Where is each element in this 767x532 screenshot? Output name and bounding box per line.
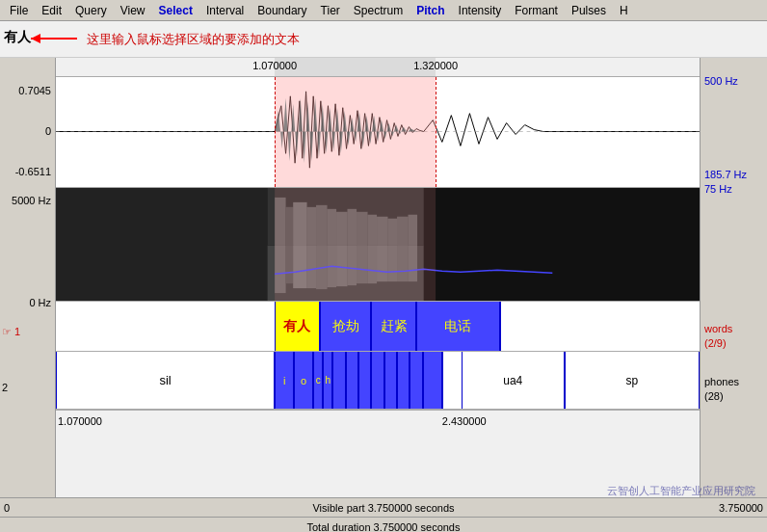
menu-spectrum[interactable]: Spectrum <box>348 2 409 19</box>
tier1-icon: ☞ 1 <box>2 326 20 338</box>
menu-h[interactable]: H <box>614 2 634 19</box>
phone-cell-x6[interactable] <box>397 352 410 409</box>
word-cell-dianhua[interactable]: 电话 <box>416 302 500 351</box>
tier2-right-info: (28) <box>704 390 724 402</box>
annotation-text: 这里输入鼠标选择区域的要添加的文本 <box>87 31 300 48</box>
spectrogram-svg <box>56 188 700 301</box>
annotation-label: 有人 <box>4 29 31 46</box>
phone-cell-ua4[interactable]: ua4 <box>462 352 565 409</box>
bottom-time-left: 1.070000 <box>58 415 102 427</box>
menu-select[interactable]: Select <box>153 2 198 19</box>
menu-pitch[interactable]: Pitch <box>410 2 450 19</box>
svg-rect-22 <box>275 188 436 301</box>
word-boundary-5 <box>500 302 501 351</box>
watermark-text: 云智创人工智能产业应用研究院 <box>607 484 755 498</box>
waveform-bottom-label: -0.6511 <box>15 166 51 177</box>
spectrogram-bottom-label: 0 Hz <box>29 297 51 308</box>
status-left-num: 0 <box>4 502 10 514</box>
time-right-marker: 1.320000 <box>413 60 458 71</box>
spectrogram-top-label: 5000 Hz <box>12 195 51 206</box>
red-arrow-icon <box>29 31 82 46</box>
menu-boundary[interactable]: Boundary <box>251 2 312 19</box>
menu-intensity[interactable]: Intensity <box>453 2 508 19</box>
time-left-marker: 1.070000 <box>252 60 297 71</box>
phone-cell-x1[interactable] <box>332 352 345 409</box>
phone-cell-c[interactable]: c <box>313 352 323 409</box>
phone-cell-x2[interactable] <box>346 352 358 409</box>
menu-view[interactable]: View <box>115 2 151 19</box>
word-cell-qiangjie[interactable]: 抢劫 <box>320 302 371 351</box>
tier1-right-info: (2/9) <box>704 337 727 349</box>
phone-cell-x7[interactable] <box>410 352 422 409</box>
spectrogram-right-mid2: 75 Hz <box>704 183 732 195</box>
spectrogram-right-mid1: 185.7 Hz <box>704 169 747 180</box>
word-cell-youren[interactable]: 有人 <box>275 302 320 351</box>
svg-marker-1 <box>31 34 40 43</box>
phone-cell-x3[interactable] <box>358 352 371 409</box>
menu-bar: File Edit Query View Select Interval Bou… <box>0 0 767 21</box>
phone-cell-sil[interactable]: sil <box>56 352 275 409</box>
phone-cell-x8[interactable] <box>423 352 442 409</box>
tier1-right-label: words <box>704 323 732 334</box>
status-total: Total duration 3.750000 seconds <box>306 521 460 533</box>
tier2-number: 2 <box>2 382 8 393</box>
phone-cell-x4[interactable] <box>371 352 384 409</box>
waveform-zero-label: 0 <box>45 125 51 137</box>
time-selection-bg <box>275 58 436 76</box>
phone-cell-h[interactable]: h <box>323 352 332 409</box>
phone-cell-i[interactable]: i <box>275 352 294 409</box>
spectrogram-right-top: 500 Hz <box>704 75 738 87</box>
menu-query[interactable]: Query <box>69 2 113 19</box>
svg-marker-3 <box>275 98 418 163</box>
waveform-svg <box>56 77 700 187</box>
waveform-top-label: 0.7045 <box>18 85 51 96</box>
status-visible: Visible part 3.750000 seconds <box>312 502 454 514</box>
phone-cell-o[interactable]: o <box>294 352 313 409</box>
phone-cell-sp[interactable]: sp <box>565 352 700 409</box>
menu-file[interactable]: File <box>4 2 34 19</box>
menu-pulses[interactable]: Pulses <box>566 2 612 19</box>
svg-rect-5 <box>56 188 267 301</box>
menu-interval[interactable]: Interval <box>200 2 250 19</box>
menu-tier[interactable]: Tier <box>315 2 346 19</box>
menu-edit[interactable]: Edit <box>36 2 67 19</box>
tier2-right-label: phones <box>704 376 739 387</box>
word-cell-ganjin[interactable]: 赶紧 <box>371 302 416 351</box>
phone-cell-x5[interactable] <box>384 352 397 409</box>
status-right-time: 3.750000 <box>719 502 763 514</box>
bottom-time-center: 2.430000 <box>442 415 487 427</box>
menu-formant[interactable]: Formant <box>509 2 564 19</box>
